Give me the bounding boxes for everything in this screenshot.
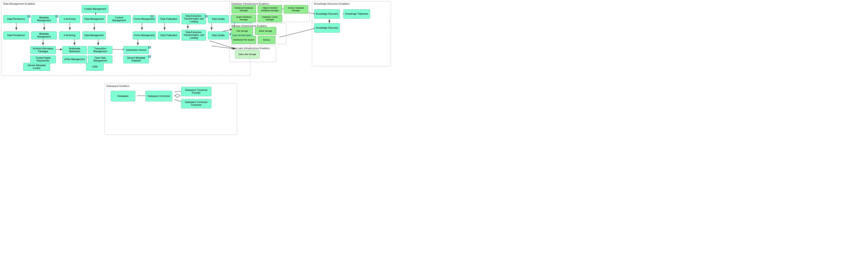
object-oriented-db-node[interactable]: Object-Oriented Database Manager bbox=[258, 5, 282, 13]
knowledge-disc-2-node[interactable]: Knowledge Discovery bbox=[314, 23, 340, 33]
data-lake-storage-node[interactable]: Data Lake Storage bbox=[235, 50, 259, 58]
crm-node[interactable]: CRM bbox=[86, 63, 103, 71]
distributed-fs-node[interactable]: Distributed File System bbox=[231, 36, 256, 44]
expand-icon-4[interactable]: ⊞ bbox=[205, 15, 208, 18]
efiles-mgmt-node[interactable]: eFiles Management bbox=[62, 55, 87, 63]
knowledge-discovery-label: Knowledge Discovery Enablers bbox=[314, 2, 349, 5]
dataspace-node[interactable]: Dataspace bbox=[111, 91, 135, 101]
multimedia-dist-node[interactable]: Multimedia distribution bbox=[62, 46, 87, 54]
contact-management-node[interactable]: Contact Management bbox=[82, 5, 108, 13]
trusted-digital-node[interactable]: Trusted Digital Repositories bbox=[30, 55, 56, 63]
connector-provider-node[interactable]: Dataspace Connector Provider bbox=[181, 87, 211, 96]
dataspace-connector-node[interactable]: Dataspace Connector bbox=[146, 91, 172, 101]
e-archiving-top-node[interactable]: e-Archiving bbox=[59, 15, 80, 23]
archival-info-node[interactable]: Archival Information Packages bbox=[30, 46, 56, 54]
dataspace-label: Dataspace Enablers bbox=[106, 85, 129, 87]
metadata-mgmt-bot-node[interactable]: Metadata Management bbox=[31, 31, 57, 39]
db-cache-node[interactable]: Database Cache Manager bbox=[258, 14, 282, 22]
forms-mgmt-bot-node[interactable]: Forms Management bbox=[133, 31, 156, 39]
transaction-mgmt-node[interactable]: Transaction Management bbox=[88, 46, 113, 54]
content-mgmt-top-node[interactable]: Content Management bbox=[107, 15, 131, 23]
e-archiving-bot-node[interactable]: e-Archiving bbox=[59, 31, 80, 39]
data-mgmt-bot-node[interactable]: Data Management bbox=[83, 31, 106, 39]
data-publication-bot-node[interactable]: Data Publication bbox=[158, 31, 180, 39]
knowledge-triplestore-node[interactable]: Knowledge Triplestore bbox=[343, 9, 370, 19]
data-persistence-bot-node[interactable]: Data Persistence bbox=[3, 31, 29, 39]
backup-node[interactable]: Backup bbox=[258, 36, 275, 44]
database-infra-label: Database Infrastructure Enablers bbox=[231, 2, 269, 5]
data-publication-top-node[interactable]: Data Publication bbox=[158, 15, 180, 23]
data-management-label: Data Management Enablers bbox=[3, 2, 35, 5]
data-persistence-top-node[interactable]: Data Persistence bbox=[3, 15, 29, 23]
expand-icon-1[interactable]: ⊞ bbox=[28, 15, 30, 18]
open-data-mgmt-node[interactable]: Open Data Management bbox=[88, 55, 113, 63]
submission-service-node[interactable]: Submission Service bbox=[123, 46, 149, 54]
knowledge-disc-1-node[interactable]: Knowledge Discovery bbox=[314, 9, 340, 19]
data-quality-top-node[interactable]: Data Quality bbox=[208, 15, 229, 23]
main-canvas: Data Management Enablers Contact Managem… bbox=[0, 0, 868, 263]
data-lake-label: Data Lake Infrastructure Enablers bbox=[231, 47, 270, 50]
file-storage-node[interactable]: File Storage bbox=[231, 27, 253, 35]
connector-consumer-node[interactable]: Dataspace Connector Consumer bbox=[181, 99, 211, 108]
expand-icon-3[interactable]: ⊞ bbox=[151, 15, 153, 18]
graph-db-node[interactable]: Graph Database Manager bbox=[231, 14, 256, 22]
service-meta-locator-node[interactable]: Service Metadata Locator bbox=[23, 63, 50, 71]
data-extraction-top-node[interactable]: Data Extraction, Transformation and Load… bbox=[182, 13, 206, 24]
nosql-db-node[interactable]: NoSQL Database Manager bbox=[284, 5, 308, 13]
metadata-mgmt-top-node[interactable]: Metadata Management bbox=[31, 15, 57, 23]
service-meta-publisher-node[interactable]: Service Metadata Publisher bbox=[123, 55, 149, 63]
expand-icon-5[interactable]: ⊞ bbox=[148, 46, 151, 49]
data-extraction-bot-node[interactable]: Data Extraction, Transformation, and Loa… bbox=[182, 30, 206, 40]
block-storage-node[interactable]: Block Storage bbox=[255, 27, 276, 35]
expand-icon-2[interactable]: ⊞ bbox=[55, 15, 58, 18]
data-quality-bot-node[interactable]: Data Quality bbox=[208, 31, 229, 39]
expand-icon-6[interactable]: ⊞ bbox=[148, 55, 151, 58]
data-mgmt-top-node[interactable]: Data Management bbox=[83, 15, 106, 23]
relational-db-node[interactable]: Relational Database Manager bbox=[231, 5, 256, 13]
